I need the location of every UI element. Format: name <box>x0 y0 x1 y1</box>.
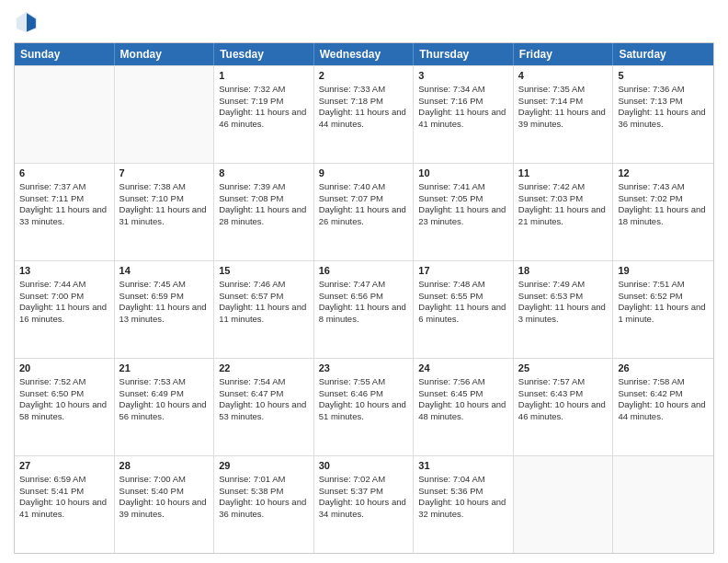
calendar-cell: 24Sunrise: 7:56 AMSunset: 6:45 PMDayligh… <box>414 359 514 455</box>
calendar-cell: 31Sunrise: 7:04 AMSunset: 5:36 PMDayligh… <box>414 456 514 553</box>
day-number: 26 <box>618 362 709 375</box>
day-number: 29 <box>219 459 309 473</box>
calendar-cell: 29Sunrise: 7:01 AMSunset: 5:38 PMDayligh… <box>214 456 314 553</box>
daylight-text: Daylight: 10 hours and 32 minutes. <box>418 497 508 521</box>
sunset-text: Sunset: 7:11 PM <box>19 193 109 205</box>
sunrise-text: Sunrise: 6:59 AM <box>19 474 109 486</box>
daylight-text: Daylight: 11 hours and 23 minutes. <box>418 204 508 228</box>
sunset-text: Sunset: 7:19 PM <box>219 96 309 108</box>
daylight-text: Daylight: 11 hours and 3 minutes. <box>518 302 609 326</box>
calendar-cell: 11Sunrise: 7:42 AMSunset: 7:03 PMDayligh… <box>514 164 614 260</box>
daylight-text: Daylight: 10 hours and 46 minutes. <box>518 399 609 423</box>
sunset-text: Sunset: 5:41 PM <box>19 486 109 498</box>
sunrise-text: Sunrise: 7:33 AM <box>319 84 409 96</box>
calendar-cell: 12Sunrise: 7:43 AMSunset: 7:02 PMDayligh… <box>613 164 713 260</box>
sunrise-text: Sunrise: 7:48 AM <box>418 279 508 291</box>
day-number: 7 <box>119 167 210 180</box>
calendar-cell: 3Sunrise: 7:34 AMSunset: 7:16 PMDaylight… <box>414 66 514 163</box>
day-number: 15 <box>219 264 309 278</box>
day-number: 20 <box>19 362 109 375</box>
calendar-cell: 25Sunrise: 7:57 AMSunset: 6:43 PMDayligh… <box>514 359 614 455</box>
daylight-text: Daylight: 11 hours and 8 minutes. <box>319 302 409 326</box>
logo-icon <box>14 9 40 35</box>
daylight-text: Daylight: 11 hours and 33 minutes. <box>19 204 109 228</box>
header-day-wednesday: Wednesday <box>314 43 415 65</box>
sunrise-text: Sunrise: 7:40 AM <box>319 181 409 193</box>
calendar-cell: 20Sunrise: 7:52 AMSunset: 6:50 PMDayligh… <box>15 359 115 455</box>
calendar-cell: 18Sunrise: 7:49 AMSunset: 6:53 PMDayligh… <box>514 261 614 358</box>
sunrise-text: Sunrise: 7:00 AM <box>119 474 210 486</box>
day-number: 11 <box>518 167 609 180</box>
header-day-thursday: Thursday <box>414 43 514 65</box>
calendar-cell: 30Sunrise: 7:02 AMSunset: 5:37 PMDayligh… <box>314 456 415 553</box>
day-number: 8 <box>219 167 309 180</box>
calendar-cell: 21Sunrise: 7:53 AMSunset: 6:49 PMDayligh… <box>115 359 215 455</box>
sunrise-text: Sunrise: 7:02 AM <box>319 474 409 486</box>
sunrise-text: Sunrise: 7:42 AM <box>518 181 609 193</box>
calendar-row-4: 20Sunrise: 7:52 AMSunset: 6:50 PMDayligh… <box>15 358 713 455</box>
day-number: 25 <box>518 362 609 375</box>
day-number: 27 <box>19 459 109 473</box>
sunset-text: Sunset: 7:07 PM <box>319 193 409 205</box>
day-number: 18 <box>518 264 609 278</box>
header-day-sunday: Sunday <box>15 43 115 65</box>
day-number: 10 <box>418 167 508 180</box>
calendar-cell: 9Sunrise: 7:40 AMSunset: 7:07 PMDaylight… <box>314 164 415 260</box>
daylight-text: Daylight: 10 hours and 44 minutes. <box>618 399 709 423</box>
sunset-text: Sunset: 7:14 PM <box>518 96 609 108</box>
daylight-text: Daylight: 11 hours and 11 minutes. <box>219 302 309 326</box>
sunrise-text: Sunrise: 7:34 AM <box>418 84 508 96</box>
calendar-cell: 15Sunrise: 7:46 AMSunset: 6:57 PMDayligh… <box>214 261 314 358</box>
sunrise-text: Sunrise: 7:54 AM <box>219 376 309 388</box>
sunset-text: Sunset: 6:46 PM <box>319 388 409 400</box>
sunrise-text: Sunrise: 7:51 AM <box>618 279 709 291</box>
sunset-text: Sunset: 7:05 PM <box>418 193 508 205</box>
daylight-text: Daylight: 10 hours and 36 minutes. <box>219 497 309 521</box>
daylight-text: Daylight: 10 hours and 39 minutes. <box>119 497 210 521</box>
sunset-text: Sunset: 6:42 PM <box>618 388 709 400</box>
day-number: 17 <box>418 264 508 278</box>
sunrise-text: Sunrise: 7:58 AM <box>618 376 709 388</box>
page: SundayMondayTuesdayWednesdayThursdayFrid… <box>0 0 728 563</box>
header-day-tuesday: Tuesday <box>214 43 314 65</box>
daylight-text: Daylight: 11 hours and 46 minutes. <box>219 107 309 131</box>
daylight-text: Daylight: 11 hours and 41 minutes. <box>418 107 508 131</box>
calendar-cell: 1Sunrise: 7:32 AMSunset: 7:19 PMDaylight… <box>214 66 314 163</box>
calendar-cell: 13Sunrise: 7:44 AMSunset: 7:00 PMDayligh… <box>15 261 115 358</box>
day-number: 2 <box>319 69 409 83</box>
calendar-cell: 28Sunrise: 7:00 AMSunset: 5:40 PMDayligh… <box>115 456 215 553</box>
day-number: 9 <box>319 167 409 180</box>
calendar-cell <box>613 456 713 553</box>
daylight-text: Daylight: 11 hours and 31 minutes. <box>119 204 210 228</box>
daylight-text: Daylight: 11 hours and 44 minutes. <box>319 107 409 131</box>
sunrise-text: Sunrise: 7:37 AM <box>19 181 109 193</box>
calendar-cell: 22Sunrise: 7:54 AMSunset: 6:47 PMDayligh… <box>214 359 314 455</box>
sunset-text: Sunset: 6:50 PM <box>19 388 109 400</box>
daylight-text: Daylight: 10 hours and 51 minutes. <box>319 399 409 423</box>
calendar-cell: 14Sunrise: 7:45 AMSunset: 6:59 PMDayligh… <box>115 261 215 358</box>
calendar-body: 1Sunrise: 7:32 AMSunset: 7:19 PMDaylight… <box>15 65 713 553</box>
sunrise-text: Sunrise: 7:39 AM <box>219 181 309 193</box>
header-day-friday: Friday <box>514 43 614 65</box>
sunset-text: Sunset: 5:36 PM <box>418 486 508 498</box>
day-number: 13 <box>19 264 109 278</box>
calendar-cell: 4Sunrise: 7:35 AMSunset: 7:14 PMDaylight… <box>514 66 614 163</box>
daylight-text: Daylight: 11 hours and 16 minutes. <box>19 302 109 326</box>
daylight-text: Daylight: 11 hours and 13 minutes. <box>119 302 210 326</box>
day-number: 24 <box>418 362 508 375</box>
sunset-text: Sunset: 7:18 PM <box>319 96 409 108</box>
daylight-text: Daylight: 11 hours and 26 minutes. <box>319 204 409 228</box>
sunrise-text: Sunrise: 7:43 AM <box>618 181 709 193</box>
calendar-row-5: 27Sunrise: 6:59 AMSunset: 5:41 PMDayligh… <box>15 455 713 553</box>
sunrise-text: Sunrise: 7:53 AM <box>119 376 210 388</box>
sunrise-text: Sunrise: 7:04 AM <box>418 474 508 486</box>
calendar-cell: 19Sunrise: 7:51 AMSunset: 6:52 PMDayligh… <box>613 261 713 358</box>
sunset-text: Sunset: 5:37 PM <box>319 486 409 498</box>
sunrise-text: Sunrise: 7:57 AM <box>518 376 609 388</box>
day-number: 19 <box>618 264 709 278</box>
sunrise-text: Sunrise: 7:38 AM <box>119 181 210 193</box>
header-day-monday: Monday <box>115 43 215 65</box>
sunrise-text: Sunrise: 7:36 AM <box>618 84 709 96</box>
daylight-text: Daylight: 10 hours and 58 minutes. <box>19 399 109 423</box>
sunset-text: Sunset: 6:55 PM <box>418 291 508 303</box>
